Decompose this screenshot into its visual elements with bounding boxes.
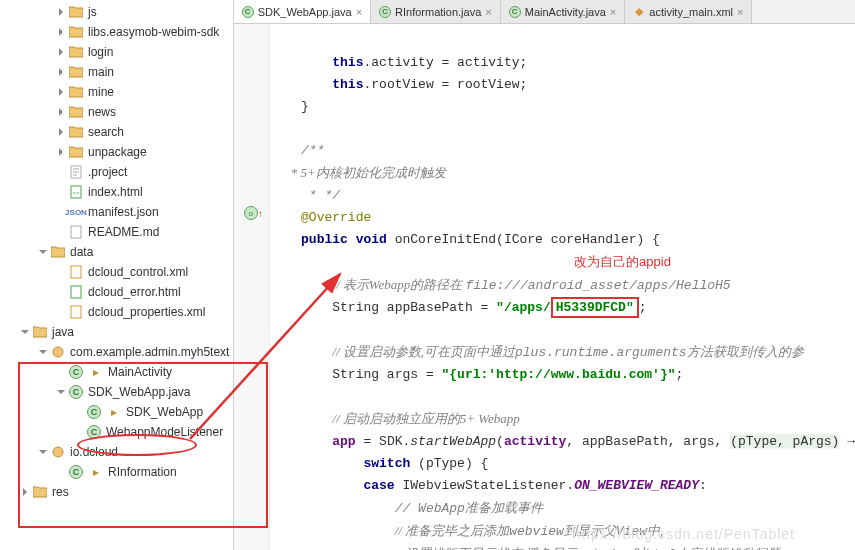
xml-file-icon: ◆ [633,6,645,18]
svg-rect-5 [71,286,81,298]
svg-text:<>: <> [72,190,80,196]
folder-icon [68,104,84,120]
tree-class-webappmodelistener[interactable]: CWebappModeListener [0,422,233,442]
tree-folder-search[interactable]: search [0,122,233,142]
tab-mainactivity[interactable]: CMainActivity.java× [501,0,626,23]
tree-file-sdkwebapp[interactable]: CSDK_WebApp.java [0,382,233,402]
override-gutter-icon[interactable]: o↑ [244,206,258,220]
tree-folder-main[interactable]: main [0,62,233,82]
svg-rect-6 [71,306,81,318]
tree-folder-data[interactable]: data [0,242,233,262]
close-icon[interactable]: × [610,6,616,18]
chevron-right-icon [54,45,68,59]
tree-file-index[interactable]: <>index.html [0,182,233,202]
class-icon: C [68,464,84,480]
code-editor[interactable]: this.activity = activity; this.rootView … [270,24,855,550]
folder-icon [68,64,84,80]
tree-file-dcloud-control[interactable]: dcloud_control.xml [0,262,233,282]
package-icon [50,444,66,460]
chevron-down-icon [18,325,32,339]
svg-rect-4 [71,266,81,278]
folder-icon [68,4,84,20]
class-icon: C [379,6,391,18]
editor-gutter: o↑ [234,24,270,550]
folder-icon [32,324,48,340]
tree-folder-mine[interactable]: mine [0,82,233,102]
file-icon [68,224,84,240]
class-icon: C [242,6,254,18]
chevron-right-icon [54,25,68,39]
chevron-down-icon [36,345,50,359]
tree-file-project[interactable]: .project [0,162,233,182]
tree-folder-unpackage[interactable]: unpackage [0,142,233,162]
tab-rinformation[interactable]: CRInformation.java× [371,0,501,23]
tree-class-mainactivity[interactable]: C▸MainActivity [0,362,233,382]
svg-point-8 [53,447,63,457]
xml-file-icon [68,264,84,280]
chevron-down-icon [54,385,68,399]
class-icon: C [86,404,102,420]
close-icon[interactable]: × [356,6,362,18]
folder-icon [32,484,48,500]
class-icon: C [86,424,102,440]
chevron-right-icon [54,125,68,139]
chevron-right-icon [54,105,68,119]
package-icon [50,344,66,360]
tree-file-dcloud-properties[interactable]: dcloud_properties.xml [0,302,233,322]
tree-file-manifest[interactable]: JSONmanifest.json [0,202,233,222]
tree-class-rinformation[interactable]: C▸RInformation [0,462,233,482]
tree-folder-login[interactable]: login [0,42,233,62]
html-file-icon [68,284,84,300]
tree-file-readme[interactable]: README.md [0,222,233,242]
appid-highlight: H5339DFCD" [551,297,639,318]
class-icon: C [68,384,84,400]
folder-icon [68,84,84,100]
chevron-down-icon [36,245,50,259]
chevron-right-icon [18,485,32,499]
tree-file-dcloud-error[interactable]: dcloud_error.html [0,282,233,302]
tree-class-sdkwebapp[interactable]: C▸SDK_WebApp [0,402,233,422]
tab-sdkwebapp[interactable]: CSDK_WebApp.java× [234,0,371,23]
tree-folder-js[interactable]: js [0,2,233,22]
tab-activity-main-xml[interactable]: ◆activity_main.xml× [625,0,752,23]
chevron-down-icon [36,445,50,459]
editor-tabs: CSDK_WebApp.java× CRInformation.java× CM… [234,0,855,24]
tree-package-myh5text[interactable]: com.example.admin.myh5text [0,342,233,362]
html-file-icon: <> [68,184,84,200]
folder-icon [68,144,84,160]
chevron-right-icon [54,145,68,159]
run-icon: ▸ [88,364,104,380]
chevron-right-icon [54,65,68,79]
tree-folder-news[interactable]: news [0,102,233,122]
tree-folder-libs[interactable]: libs.easymob-webim-sdk [0,22,233,42]
json-file-icon: JSON [68,204,84,220]
close-icon[interactable]: × [485,6,491,18]
chevron-right-icon [54,5,68,19]
tree-folder-java[interactable]: java [0,322,233,342]
close-icon[interactable]: × [737,6,743,18]
tree-package-iodcloud[interactable]: io.dcloud [0,442,233,462]
class-icon: C [509,6,521,18]
class-icon: C [68,364,84,380]
folder-icon [68,124,84,140]
folder-icon [50,244,66,260]
chevron-right-icon [54,85,68,99]
file-icon [68,164,84,180]
folder-icon [68,44,84,60]
annotation-text: 改为自己的appid [574,254,671,269]
project-tree-panel: js libs.easymob-webim-sdk login main min… [0,0,234,550]
tree-folder-res[interactable]: res [0,482,233,502]
xml-file-icon [68,304,84,320]
svg-point-7 [53,347,63,357]
run-icon: ▸ [88,464,104,480]
svg-rect-3 [71,226,81,238]
folder-icon [68,24,84,40]
run-icon: ▸ [106,404,122,420]
